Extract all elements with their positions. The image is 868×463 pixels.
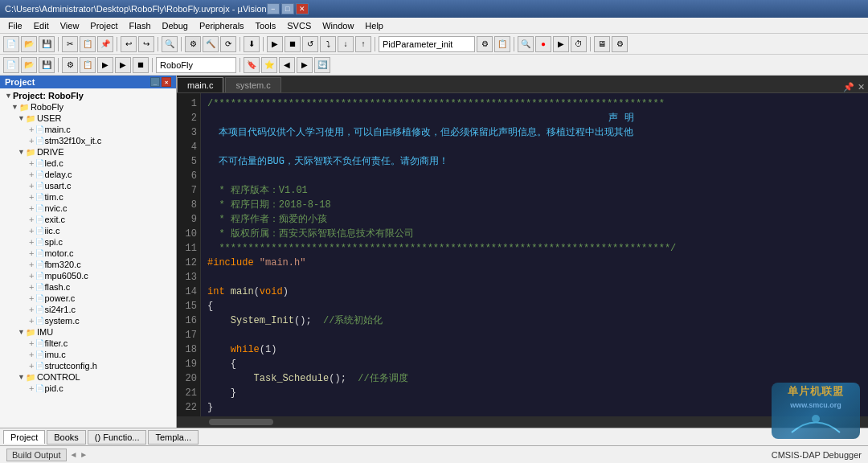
code-hscroll[interactable] [177, 416, 868, 428]
tb2-refresh[interactable]: 🔄 [314, 57, 330, 73]
tb-rebuild[interactable]: ⟳ [220, 36, 236, 52]
tb2-save-all[interactable]: 💾 [39, 57, 55, 73]
tb2-bookmark[interactable]: 🔖 [244, 57, 260, 73]
bottom-tab-templates[interactable]: Templa... [148, 430, 199, 445]
tree-item-project[interactable]: ▼ Project: RoboFly [0, 90, 176, 101]
tb-periodic[interactable]: ⏱ [571, 36, 587, 52]
tb-debug-reset[interactable]: ↺ [302, 36, 318, 52]
project-dropdown[interactable]: RoboFly [156, 57, 236, 73]
tree-item-imu[interactable]: ▼ 📁 IMU [0, 326, 176, 338]
tree-item-power[interactable]: + 📄 power.c [0, 293, 176, 304]
menu-file[interactable]: File [3, 19, 27, 32]
code-line-3: 本项目代码仅供个人学习使用，可以自由移植修改，但必须保留此声明信息。移植过程中出… [207, 125, 862, 140]
tree-item-delay[interactable]: + 📄 delay.c [0, 169, 176, 180]
tree-item-flash[interactable]: + 📄 flash.c [0, 281, 176, 293]
code-area[interactable]: 1 2 3 4 5 6 7 8 9 10 11 12 13 14 15 16 1… [177, 93, 868, 416]
main-area: Project _ × ▼ Project: RoboFly ▼ 📁 RoboF… [0, 76, 868, 428]
tree-item-fbm320[interactable]: + 📄 fbm320.c [0, 259, 176, 270]
tb-step-over[interactable]: ⤵ [320, 36, 336, 52]
tb-settings[interactable]: ⚙ [612, 36, 628, 52]
tree-item-nvic[interactable]: + 📄 nvic.c [0, 203, 176, 214]
bottom-tab-functions[interactable]: () Functio... [88, 430, 147, 445]
tb-download[interactable]: ⬇ [244, 36, 260, 52]
menu-view[interactable]: View [55, 19, 84, 32]
tree-item-drive[interactable]: ▼ 📁 DRIVE [0, 146, 176, 158]
tb-compile[interactable]: 🔨 [203, 36, 219, 52]
tree-item-usart[interactable]: + 📄 usart.c [0, 180, 176, 191]
tb-copy[interactable]: 📋 [80, 36, 96, 52]
tb-options[interactable]: ⚙ [477, 36, 493, 52]
tree-item-user[interactable]: ▼ 📁 USER [0, 113, 176, 124]
tree-item-motor[interactable]: + 📄 motor.c [0, 248, 176, 259]
tb2-arrow-right[interactable]: ▶ [115, 57, 131, 73]
menu-flash[interactable]: Flash [125, 19, 156, 32]
menu-window[interactable]: Window [317, 19, 358, 32]
tb-open[interactable]: 📂 [21, 36, 37, 52]
tb-redo[interactable]: ↪ [138, 36, 154, 52]
menu-edit[interactable]: Edit [29, 19, 54, 32]
tb-view[interactable]: 🖥 [594, 36, 610, 52]
tab-close-icon[interactable]: ✕ [858, 82, 865, 92]
tb2-build-project[interactable]: ⚙ [62, 57, 78, 73]
panel-minimize-btn[interactable]: _ [150, 77, 160, 87]
tree-item-system[interactable]: + 📄 system.c [0, 315, 176, 326]
tb-zoom[interactable]: 🔍 [518, 36, 534, 52]
tab-system-c[interactable]: system.c [225, 77, 280, 92]
bottom-tab-books[interactable]: Books [47, 430, 86, 445]
minimize-button[interactable]: − [267, 3, 280, 14]
panel-close-btn[interactable]: × [162, 77, 171, 87]
tree-item-main-c[interactable]: + 📄 main.c [0, 124, 176, 135]
tb-build[interactable]: ⚙ [185, 36, 201, 52]
tb-debug-stop[interactable]: ⏹ [285, 36, 301, 52]
tb2-arrow-right2[interactable]: ▶ [297, 57, 313, 73]
tb2-new-file[interactable]: 📄 [3, 57, 19, 73]
maximize-button[interactable]: □ [281, 3, 294, 14]
tb2-compile-file[interactable]: 📋 [80, 57, 96, 73]
tb-manage[interactable]: 📋 [494, 36, 510, 52]
tree-item-iic[interactable]: + 📄 iic.c [0, 225, 176, 236]
tb2-stop[interactable]: ⏹ [133, 57, 149, 73]
close-button[interactable]: ✕ [296, 3, 309, 14]
menu-debug[interactable]: Debug [158, 19, 193, 32]
tree-item-filter[interactable]: + 📄 filter.c [0, 338, 176, 349]
tb2-arrow-left[interactable]: ◀ [279, 57, 295, 73]
tree-item-control[interactable]: ▼ 📁 CONTROL [0, 371, 176, 383]
tree-item-pid[interactable]: + 📄 pid.c [0, 383, 176, 394]
menu-project[interactable]: Project [85, 19, 122, 32]
tab-main-c[interactable]: main.c [177, 77, 223, 92]
tb-debug-start[interactable]: ▶ [267, 36, 283, 52]
tb-step-into[interactable]: ↓ [338, 36, 354, 52]
tb-step-out[interactable]: ↑ [355, 36, 371, 52]
tb-paste[interactable]: 📌 [97, 36, 113, 52]
tree-item-spi[interactable]: + 📄 spi.c [0, 236, 176, 248]
tb-find[interactable]: 🔍 [162, 36, 178, 52]
tb-cut[interactable]: ✂ [62, 36, 78, 52]
bottom-tab-project[interactable]: Project [3, 430, 45, 444]
tb2-star[interactable]: ⭐ [261, 57, 277, 73]
build-output-tab[interactable]: Build Output [6, 449, 67, 461]
tree-item-structconfig[interactable]: + 📄 structconfig.h [0, 360, 176, 371]
tree-item-tim[interactable]: + 📄 tim.c [0, 191, 176, 203]
tree-item-robofly[interactable]: ▼ 📁 RoboFly [0, 101, 176, 113]
tree-item-mpu6050[interactable]: + 📄 mpu6050.c [0, 270, 176, 281]
tb-new[interactable]: 📄 [3, 36, 19, 52]
tree-item-imu-c[interactable]: + 📄 imu.c [0, 349, 176, 360]
menu-peripherals[interactable]: Peripherals [194, 19, 249, 32]
target-dropdown[interactable]: PidParameter_init [379, 36, 475, 52]
tb-save[interactable]: 💾 [39, 36, 55, 52]
tree-item-si24r1[interactable]: + 📄 si24r1.c [0, 304, 176, 315]
tree-item-led[interactable]: + 📄 led.c [0, 158, 176, 169]
tree-item-stm32[interactable]: + 📄 stm32f10x_it.c [0, 135, 176, 146]
tab-pin-icon[interactable]: 📌 [843, 82, 854, 92]
code-content[interactable]: /***************************************… [201, 93, 868, 416]
menu-help[interactable]: Help [360, 19, 388, 32]
hscroll-bar[interactable] [209, 419, 273, 425]
tb2-open-file[interactable]: 📂 [21, 57, 37, 73]
tb-record[interactable]: ● [535, 36, 551, 52]
menu-tools[interactable]: Tools [251, 19, 281, 32]
menu-svcs[interactable]: SVCS [282, 19, 316, 32]
tb-run-macro[interactable]: ▶ [553, 36, 569, 52]
tb2-run[interactable]: ▶ [97, 57, 113, 73]
tb-undo[interactable]: ↩ [121, 36, 137, 52]
tree-item-exit[interactable]: + 📄 exit.c [0, 214, 176, 225]
